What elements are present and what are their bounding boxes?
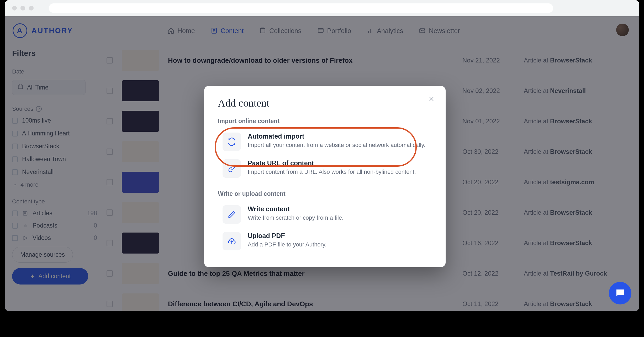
browser-chrome [5,0,639,16]
option-url-title: Paste URL of content [248,159,416,167]
traffic-min-icon[interactable] [20,6,25,10]
traffic-max-icon[interactable] [29,6,34,10]
modal-title: Add content [218,97,432,109]
close-button[interactable] [426,94,437,104]
option-write-desc: Write from scratch or copy from a file. [248,214,344,221]
link-icon [223,159,241,178]
window-controls [12,6,34,10]
option-pdf-title: Upload PDF [248,232,326,240]
option-paste-url[interactable]: Paste URL of content Import content from… [218,155,432,182]
pencil-icon [223,205,241,224]
section-import-label: Import online content [218,118,432,125]
option-automated-import[interactable]: Automated import Import all your content… [218,128,432,155]
option-upload-pdf[interactable]: Upload PDF Add a PDF file to your Author… [218,228,432,255]
browser-window: A AUTHORY Home Content [5,0,639,311]
app: A AUTHORY Home Content [5,16,639,311]
section-write-label: Write or upload content [218,190,432,197]
add-content-modal: Add content Import online content Automa… [204,86,446,267]
sync-icon [223,133,241,151]
option-pdf-desc: Add a PDF file to your Authory. [248,241,326,248]
option-url-desc: Import content from a URL. Also works fo… [248,168,416,175]
upload-icon [223,232,241,250]
url-bar[interactable] [49,3,553,13]
option-write-content[interactable]: Write content Write from scratch or copy… [218,201,432,228]
option-auto-desc: Import all your content from a website o… [248,142,425,149]
option-write-title: Write content [248,205,344,213]
traffic-close-icon[interactable] [12,6,17,10]
chat-fab[interactable] [609,282,631,304]
option-auto-title: Automated import [248,133,425,140]
